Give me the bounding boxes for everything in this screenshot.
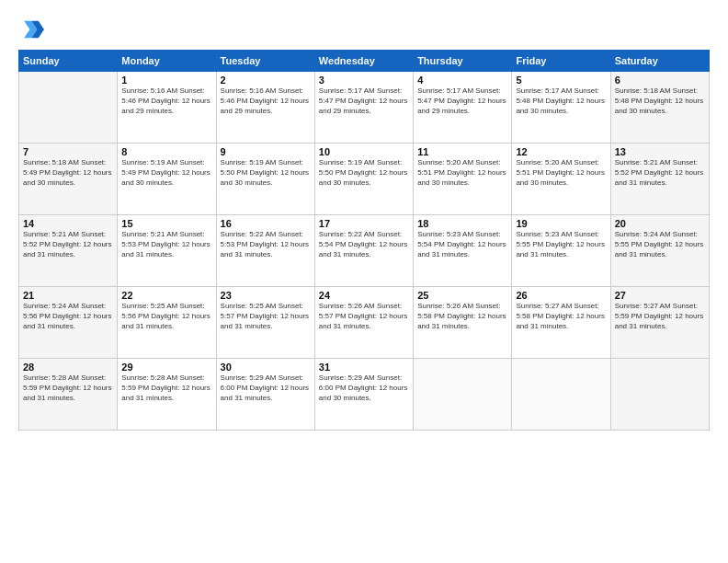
day-number: 16 bbox=[221, 218, 311, 229]
day-info: Sunrise: 5:16 AM Sunset: 5:46 PM Dayligh… bbox=[221, 86, 311, 116]
calendar-cell: 17Sunrise: 5:22 AM Sunset: 5:54 PM Dayli… bbox=[314, 215, 413, 287]
day-info: Sunrise: 5:27 AM Sunset: 5:59 PM Dayligh… bbox=[615, 302, 705, 331]
day-info: Sunrise: 5:19 AM Sunset: 5:49 PM Dayligh… bbox=[121, 158, 211, 188]
calendar-cell: 29Sunrise: 5:28 AM Sunset: 5:59 PM Dayli… bbox=[118, 359, 216, 431]
calendar-cell: 11Sunrise: 5:20 AM Sunset: 5:51 PM Dayli… bbox=[414, 144, 512, 215]
calendar-cell: 10Sunrise: 5:19 AM Sunset: 5:50 PM Dayli… bbox=[314, 144, 413, 215]
day-info: Sunrise: 5:18 AM Sunset: 5:49 PM Dayligh… bbox=[23, 158, 113, 188]
calendar-cell: 14Sunrise: 5:21 AM Sunset: 5:52 PM Dayli… bbox=[19, 215, 118, 287]
day-number: 10 bbox=[319, 146, 409, 157]
day-number: 26 bbox=[516, 290, 606, 301]
day-info: Sunrise: 5:21 AM Sunset: 5:53 PM Dayligh… bbox=[121, 230, 211, 259]
day-info: Sunrise: 5:29 AM Sunset: 6:00 PM Dayligh… bbox=[319, 373, 409, 403]
day-number: 19 bbox=[516, 218, 606, 229]
day-number: 25 bbox=[417, 290, 507, 301]
calendar-cell: 27Sunrise: 5:27 AM Sunset: 5:59 PM Dayli… bbox=[610, 287, 709, 359]
day-number: 12 bbox=[516, 146, 606, 157]
calendar-table: SundayMondayTuesdayWednesdayThursdayFrid… bbox=[18, 50, 710, 431]
day-info: Sunrise: 5:22 AM Sunset: 5:54 PM Dayligh… bbox=[319, 230, 409, 259]
calendar-cell: 7Sunrise: 5:18 AM Sunset: 5:49 PM Daylig… bbox=[19, 144, 118, 215]
calendar-cell: 22Sunrise: 5:25 AM Sunset: 5:56 PM Dayli… bbox=[118, 287, 216, 359]
calendar-week-row: 7Sunrise: 5:18 AM Sunset: 5:49 PM Daylig… bbox=[19, 144, 710, 215]
day-number: 11 bbox=[417, 146, 507, 157]
day-number: 28 bbox=[23, 362, 113, 373]
weekday-header: Thursday bbox=[414, 51, 512, 72]
day-number: 29 bbox=[121, 362, 211, 373]
day-number: 8 bbox=[121, 146, 211, 157]
calendar-week-row: 21Sunrise: 5:24 AM Sunset: 5:56 PM Dayli… bbox=[19, 287, 710, 359]
calendar-cell: 5Sunrise: 5:17 AM Sunset: 5:48 PM Daylig… bbox=[512, 72, 610, 144]
day-number: 13 bbox=[615, 146, 705, 157]
day-info: Sunrise: 5:25 AM Sunset: 5:57 PM Dayligh… bbox=[221, 302, 311, 331]
calendar-cell: 20Sunrise: 5:24 AM Sunset: 5:55 PM Dayli… bbox=[610, 215, 709, 287]
day-number: 7 bbox=[23, 146, 113, 157]
calendar-cell: 1Sunrise: 5:16 AM Sunset: 5:46 PM Daylig… bbox=[118, 72, 216, 144]
calendar-cell: 8Sunrise: 5:19 AM Sunset: 5:49 PM Daylig… bbox=[118, 144, 216, 215]
day-number: 23 bbox=[221, 290, 311, 301]
weekday-header: Wednesday bbox=[314, 51, 413, 72]
day-info: Sunrise: 5:24 AM Sunset: 5:56 PM Dayligh… bbox=[23, 302, 113, 331]
day-number: 15 bbox=[121, 218, 211, 229]
day-info: Sunrise: 5:21 AM Sunset: 5:52 PM Dayligh… bbox=[23, 230, 113, 259]
day-info: Sunrise: 5:19 AM Sunset: 5:50 PM Dayligh… bbox=[221, 158, 311, 188]
calendar-cell: 26Sunrise: 5:27 AM Sunset: 5:58 PM Dayli… bbox=[512, 287, 610, 359]
calendar-cell: 21Sunrise: 5:24 AM Sunset: 5:56 PM Dayli… bbox=[19, 287, 118, 359]
calendar-cell bbox=[19, 72, 118, 144]
calendar-cell: 31Sunrise: 5:29 AM Sunset: 6:00 PM Dayli… bbox=[314, 359, 413, 431]
day-info: Sunrise: 5:17 AM Sunset: 5:47 PM Dayligh… bbox=[319, 86, 409, 116]
calendar-cell bbox=[512, 359, 610, 431]
day-info: Sunrise: 5:21 AM Sunset: 5:52 PM Dayligh… bbox=[615, 158, 705, 188]
day-info: Sunrise: 5:22 AM Sunset: 5:53 PM Dayligh… bbox=[221, 230, 311, 259]
weekday-header: Saturday bbox=[610, 51, 709, 72]
calendar-week-row: 14Sunrise: 5:21 AM Sunset: 5:52 PM Dayli… bbox=[19, 215, 710, 287]
day-info: Sunrise: 5:28 AM Sunset: 5:59 PM Dayligh… bbox=[23, 373, 113, 403]
calendar-cell: 2Sunrise: 5:16 AM Sunset: 5:46 PM Daylig… bbox=[216, 72, 314, 144]
weekday-header: Sunday bbox=[19, 51, 118, 72]
day-number: 4 bbox=[417, 75, 507, 86]
calendar-cell: 3Sunrise: 5:17 AM Sunset: 5:47 PM Daylig… bbox=[314, 72, 413, 144]
day-info: Sunrise: 5:19 AM Sunset: 5:50 PM Dayligh… bbox=[319, 158, 409, 188]
day-number: 20 bbox=[615, 218, 705, 229]
weekday-header: Friday bbox=[512, 51, 610, 72]
calendar-cell: 23Sunrise: 5:25 AM Sunset: 5:57 PM Dayli… bbox=[216, 287, 314, 359]
day-info: Sunrise: 5:23 AM Sunset: 5:55 PM Dayligh… bbox=[516, 230, 606, 259]
day-number: 2 bbox=[221, 75, 311, 86]
calendar-cell: 12Sunrise: 5:20 AM Sunset: 5:51 PM Dayli… bbox=[512, 144, 610, 215]
calendar-week-row: 1Sunrise: 5:16 AM Sunset: 5:46 PM Daylig… bbox=[19, 72, 710, 144]
calendar-cell: 30Sunrise: 5:29 AM Sunset: 6:00 PM Dayli… bbox=[216, 359, 314, 431]
page: SundayMondayTuesdayWednesdayThursdayFrid… bbox=[0, 0, 728, 563]
day-info: Sunrise: 5:20 AM Sunset: 5:51 PM Dayligh… bbox=[516, 158, 606, 188]
day-info: Sunrise: 5:17 AM Sunset: 5:47 PM Dayligh… bbox=[417, 86, 507, 116]
calendar-cell: 16Sunrise: 5:22 AM Sunset: 5:53 PM Dayli… bbox=[216, 215, 314, 287]
day-number: 6 bbox=[615, 75, 705, 86]
day-info: Sunrise: 5:20 AM Sunset: 5:51 PM Dayligh… bbox=[417, 158, 507, 188]
day-number: 24 bbox=[319, 290, 409, 301]
logo bbox=[18, 17, 46, 42]
day-info: Sunrise: 5:26 AM Sunset: 5:58 PM Dayligh… bbox=[417, 302, 507, 331]
calendar-week-row: 28Sunrise: 5:28 AM Sunset: 5:59 PM Dayli… bbox=[19, 359, 710, 431]
day-number: 17 bbox=[319, 218, 409, 229]
day-info: Sunrise: 5:27 AM Sunset: 5:58 PM Dayligh… bbox=[516, 302, 606, 331]
day-info: Sunrise: 5:26 AM Sunset: 5:57 PM Dayligh… bbox=[319, 302, 409, 331]
calendar-cell bbox=[414, 359, 512, 431]
day-info: Sunrise: 5:23 AM Sunset: 5:54 PM Dayligh… bbox=[417, 230, 507, 259]
day-info: Sunrise: 5:18 AM Sunset: 5:48 PM Dayligh… bbox=[615, 86, 705, 116]
day-info: Sunrise: 5:28 AM Sunset: 5:59 PM Dayligh… bbox=[121, 373, 211, 403]
day-number: 21 bbox=[23, 290, 113, 301]
weekday-header: Tuesday bbox=[216, 51, 314, 72]
weekday-header-row: SundayMondayTuesdayWednesdayThursdayFrid… bbox=[19, 51, 710, 72]
day-number: 9 bbox=[221, 146, 311, 157]
weekday-header: Monday bbox=[118, 51, 216, 72]
calendar-cell: 18Sunrise: 5:23 AM Sunset: 5:54 PM Dayli… bbox=[414, 215, 512, 287]
header bbox=[18, 17, 710, 42]
day-number: 5 bbox=[516, 75, 606, 86]
day-info: Sunrise: 5:16 AM Sunset: 5:46 PM Dayligh… bbox=[121, 86, 211, 116]
calendar-cell: 24Sunrise: 5:26 AM Sunset: 5:57 PM Dayli… bbox=[314, 287, 413, 359]
calendar-cell: 15Sunrise: 5:21 AM Sunset: 5:53 PM Dayli… bbox=[118, 215, 216, 287]
calendar-cell: 19Sunrise: 5:23 AM Sunset: 5:55 PM Dayli… bbox=[512, 215, 610, 287]
day-number: 27 bbox=[615, 290, 705, 301]
calendar-cell bbox=[610, 359, 709, 431]
day-info: Sunrise: 5:25 AM Sunset: 5:56 PM Dayligh… bbox=[121, 302, 211, 331]
calendar-cell: 4Sunrise: 5:17 AM Sunset: 5:47 PM Daylig… bbox=[414, 72, 512, 144]
day-number: 1 bbox=[121, 75, 211, 86]
